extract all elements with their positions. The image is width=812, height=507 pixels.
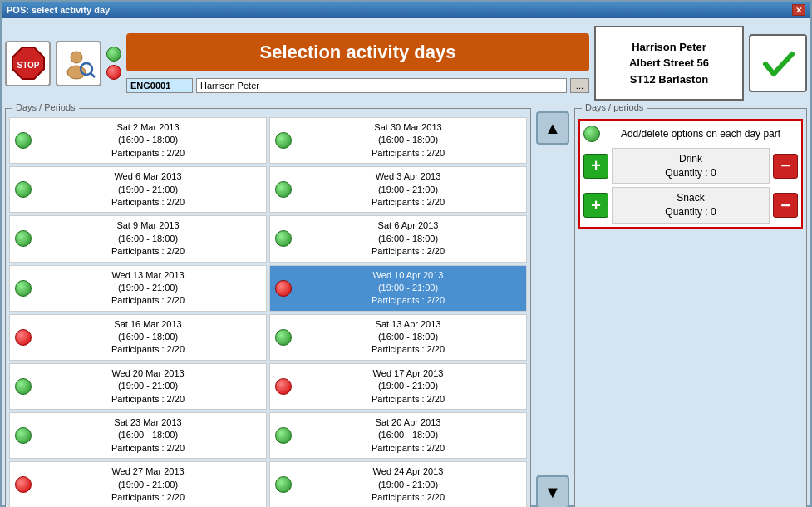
drink-quantity: Quantity : 0 [616, 166, 765, 180]
drink-plus-button[interactable]: + [583, 154, 608, 179]
name-input[interactable] [196, 78, 567, 93]
red-dot [15, 329, 32, 346]
day-text: Wed 17 Apr 2013(19:00 - 21:00)Participan… [295, 367, 521, 406]
day-item[interactable]: Sat 23 Mar 2013(16:00 - 18:00)Participan… [9, 412, 267, 459]
day-item[interactable]: Wed 3 Apr 2013(19:00 - 21:00)Participant… [269, 166, 527, 213]
day-text: Sat 9 Mar 2013(16:00 - 18:00)Participant… [35, 219, 261, 258]
green-dot [15, 230, 32, 247]
day-text: Sat 30 Mar 2013(16:00 - 18:00)Participan… [295, 121, 521, 160]
day-item[interactable]: Wed 13 Mar 2013(19:00 - 21:00)Participan… [9, 265, 267, 312]
red-dot [275, 378, 292, 395]
snack-plus-button[interactable]: + [583, 193, 608, 218]
top-bar: STOP Selection activity days [5, 22, 807, 105]
day-item[interactable]: Wed 6 Mar 2013(19:00 - 21:00)Participant… [9, 166, 267, 213]
green-dot [15, 280, 32, 297]
day-text: Sat 16 Mar 2013(16:00 - 18:00)Participan… [35, 318, 261, 357]
green-light [106, 47, 121, 62]
green-dot [275, 476, 292, 493]
day-text: Sat 2 Mar 2013(16:00 - 18:00)Participant… [35, 121, 261, 160]
days-panel: Days / Periods Sat 2 Mar 2013(16:00 - 18… [5, 108, 531, 507]
drink-name: Drink [616, 152, 765, 166]
close-button[interactable]: ✕ [792, 4, 805, 16]
day-item[interactable]: Wed 27 Mar 2013(19:00 - 21:00)Participan… [9, 461, 267, 507]
green-dot [15, 427, 32, 444]
options-green-dot [583, 126, 600, 142]
green-dot [275, 132, 292, 149]
snack-label: Snack Quantity : 0 [612, 187, 770, 224]
user-search-button[interactable] [56, 41, 101, 86]
day-text: Sat 23 Mar 2013(16:00 - 18:00)Participan… [35, 416, 261, 455]
snack-quantity: Quantity : 0 [616, 205, 765, 219]
day-text: Wed 27 Mar 2013(19:00 - 21:00)Participan… [35, 465, 261, 504]
day-grid: Sat 2 Mar 2013(16:00 - 18:00)Participant… [9, 117, 527, 507]
day-text: Wed 20 Mar 2013(19:00 - 21:00)Participan… [35, 367, 261, 406]
green-dot [275, 329, 292, 346]
options-header-row: Add/delete options on each day part [583, 124, 798, 145]
code-input[interactable] [126, 78, 193, 93]
day-item[interactable]: Sat 6 Apr 2013(16:00 - 18:00)Participant… [269, 215, 527, 262]
window-title: POS: select activity day [7, 5, 110, 15]
scroll-column: ▲ ▼ [536, 108, 569, 507]
scroll-up-button[interactable]: ▲ [536, 111, 569, 145]
red-light [106, 65, 121, 80]
green-dot [275, 427, 292, 444]
drink-row: + Drink Quantity : 0 − [583, 148, 798, 185]
snack-row: + Snack Quantity : 0 − [583, 187, 798, 224]
right-panel: Days / periods Add/delete options on eac… [574, 108, 807, 507]
user-address: Albert Street 56 [629, 55, 709, 71]
user-info-box: Harrison Peter Albert Street 56 ST12 Bar… [594, 26, 744, 101]
day-text: Wed 10 Apr 2013(19:00 - 21:00)Participan… [295, 269, 521, 308]
main-area: Days / Periods Sat 2 Mar 2013(16:00 - 18… [5, 108, 807, 507]
right-panel-title: Days / periods [582, 102, 647, 112]
red-dot [15, 476, 32, 493]
traffic-lights [106, 47, 121, 80]
stop-button[interactable]: STOP [5, 41, 51, 86]
day-text: Wed 24 Apr 2013(19:00 - 21:00)Participan… [295, 465, 521, 504]
green-dot [15, 132, 32, 149]
day-text: Sat 13 Apr 2013(16:00 - 18:00)Participan… [295, 318, 521, 357]
user-name: Harrison Peter [629, 39, 709, 56]
day-item[interactable]: Sat 20 Apr 2013(16:00 - 18:00)Participan… [269, 412, 527, 459]
snack-name: Snack [616, 191, 765, 205]
options-header-label: Add/delete options on each day part [603, 124, 798, 145]
green-dot [15, 181, 32, 198]
title-bar-left: POS: select activity day [7, 5, 110, 15]
day-item[interactable]: Wed 10 Apr 2013(19:00 - 21:00)Participan… [269, 265, 527, 312]
svg-point-2 [71, 52, 82, 63]
drink-minus-button[interactable]: − [773, 154, 798, 179]
day-item[interactable]: Sat 9 Mar 2013(16:00 - 18:00)Participant… [9, 215, 267, 262]
content-area: STOP Selection activity days [2, 18, 810, 507]
day-item[interactable]: Sat 16 Mar 2013(16:00 - 18:00)Participan… [9, 314, 267, 361]
snack-minus-button[interactable]: − [773, 193, 798, 218]
red-dot [275, 280, 292, 297]
day-item[interactable]: Sat 30 Mar 2013(16:00 - 18:00)Participan… [269, 117, 527, 164]
day-text: Wed 13 Mar 2013(19:00 - 21:00)Participan… [35, 269, 261, 308]
day-item[interactable]: Sat 13 Apr 2013(16:00 - 18:00)Participan… [269, 314, 527, 361]
green-dot [275, 230, 292, 247]
svg-line-5 [91, 73, 95, 77]
browse-button[interactable]: ... [570, 78, 589, 93]
days-panel-title: Days / Periods [12, 102, 79, 112]
day-text: Wed 3 Apr 2013(19:00 - 21:00)Participant… [295, 170, 521, 209]
ok-button[interactable] [749, 34, 807, 92]
day-item[interactable]: Wed 20 Mar 2013(19:00 - 21:00)Participan… [9, 363, 267, 410]
title-bar: POS: select activity day ✕ [2, 2, 810, 18]
day-item[interactable]: Wed 24 Apr 2013(19:00 - 21:00)Participan… [269, 461, 527, 507]
page-title: Selection activity days [126, 33, 589, 71]
day-item[interactable]: Wed 17 Apr 2013(19:00 - 21:00)Participan… [269, 363, 527, 410]
options-box: Add/delete options on each day part + Dr… [578, 119, 803, 229]
day-text: Sat 6 Apr 2013(16:00 - 18:00)Participant… [295, 219, 521, 258]
day-text: Sat 20 Apr 2013(16:00 - 18:00)Participan… [295, 416, 521, 455]
svg-text:STOP: STOP [17, 61, 39, 70]
main-window: POS: select activity day ✕ STOP [0, 0, 812, 507]
scroll-down-button[interactable]: ▼ [536, 475, 569, 507]
search-row: ... [126, 78, 589, 93]
user-city: ST12 Barlaston [629, 71, 709, 88]
day-item[interactable]: Sat 2 Mar 2013(16:00 - 18:00)Participant… [9, 117, 267, 164]
day-text: Wed 6 Mar 2013(19:00 - 21:00)Participant… [35, 170, 261, 209]
drink-label: Drink Quantity : 0 [612, 148, 770, 185]
green-dot [275, 181, 292, 198]
green-dot [15, 378, 32, 395]
